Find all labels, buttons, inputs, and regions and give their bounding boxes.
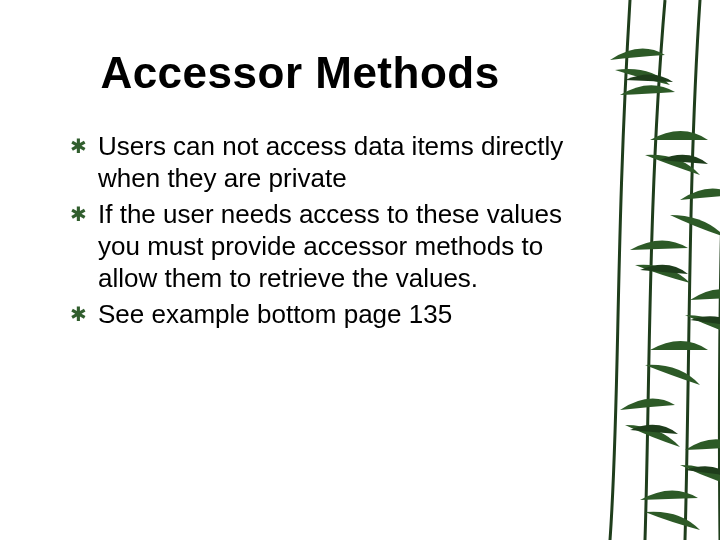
bullet-text: See example bottom page 135 <box>98 298 580 330</box>
bullet-text: Users can not access data items directly… <box>98 130 580 194</box>
slide-body: ✱ Users can not access data items direct… <box>70 130 580 334</box>
list-item: ✱ See example bottom page 135 <box>70 298 580 330</box>
bullet-icon: ✱ <box>70 298 98 330</box>
bullet-icon: ✱ <box>70 198 98 230</box>
bullet-icon: ✱ <box>70 130 98 162</box>
bamboo-decoration <box>590 0 720 540</box>
slide-title: Accessor Methods <box>0 48 600 98</box>
list-item: ✱ Users can not access data items direct… <box>70 130 580 194</box>
bullet-text: If the user needs access to these values… <box>98 198 580 294</box>
list-item: ✱ If the user needs access to these valu… <box>70 198 580 294</box>
slide: Accessor Methods ✱ Users can not access … <box>0 0 720 540</box>
